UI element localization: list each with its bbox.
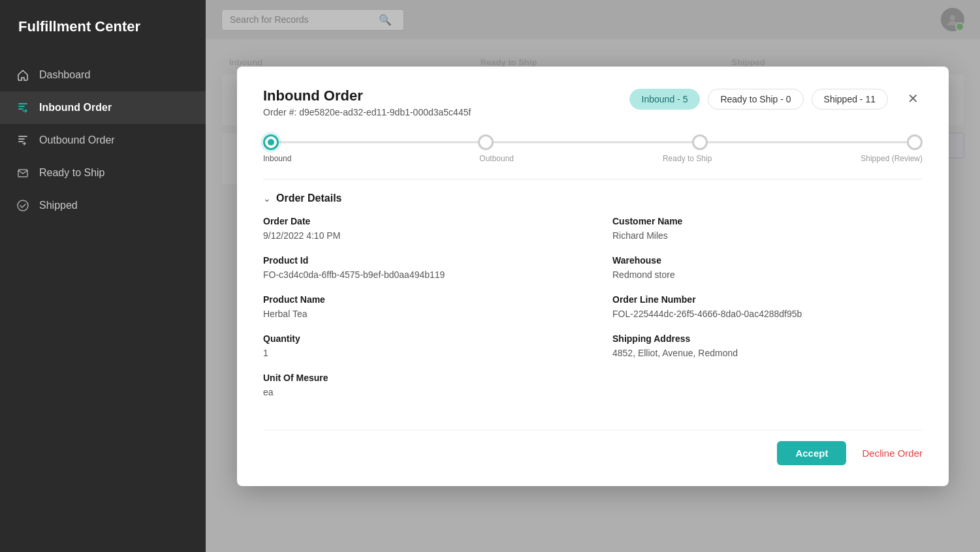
home-icon <box>16 68 30 82</box>
field-order-line-number: Order Line Number FOL-225444dc-26f5-4666… <box>612 294 923 319</box>
modal-title: Inbound Order <box>263 87 471 104</box>
modal-header-right: Inbound - 5 Ready to Ship - 0 Shipped - … <box>629 87 923 110</box>
value-warehouse: Redmond store <box>612 269 923 280</box>
sidebar-item-inbound-order[interactable]: Inbound Order <box>0 91 206 124</box>
order-number: Order #: d9e5820e-ad32-ed11-9db1-000d3a5… <box>263 107 471 117</box>
label-shipping-address: Shipping Address <box>612 333 923 344</box>
value-order-line-number: FOL-225444dc-26f5-4666-8da0-0ac4288df95b <box>612 309 923 319</box>
modal-overlay: Inbound Order Order #: d9e5820e-ad32-ed1… <box>206 0 980 552</box>
step-label-inbound: Inbound <box>263 154 291 163</box>
sidebar-item-dashboard[interactable]: Dashboard <box>0 59 206 91</box>
field-unit-of-mesure: Unit Of Mesure ea <box>263 373 573 397</box>
outbound-icon <box>16 133 30 147</box>
sidebar-label-ready-to-ship: Ready to Ship <box>39 167 105 179</box>
label-product-name: Product Name <box>263 294 573 305</box>
main-content: 🔍 Inbound Ready to Ship Shipped <box>206 0 980 552</box>
modal-footer: Accept Decline Order <box>263 430 923 465</box>
sidebar-item-ready-to-ship[interactable]: Ready to Ship <box>0 157 206 189</box>
label-quantity: Quantity <box>263 333 573 344</box>
sidebar-nav: Dashboard Inbound Order Outbound Order <box>0 59 206 222</box>
step-dot-shipped <box>907 134 923 150</box>
field-order-date: Order Date 9/12/2022 4:10 PM <box>263 216 573 241</box>
app-title: Fulfillment Center <box>0 0 206 54</box>
chevron-down-icon: ⌄ <box>263 193 271 204</box>
modal-dialog: Inbound Order Order #: d9e5820e-ad32-ed1… <box>237 67 949 486</box>
decline-button[interactable]: Decline Order <box>862 448 923 459</box>
label-product-id: Product Id <box>263 255 573 266</box>
field-product-name: Product Name Herbal Tea <box>263 294 573 319</box>
details-left: Order Date 9/12/2022 4:10 PM Product Id … <box>263 216 573 412</box>
modal-header: Inbound Order Order #: d9e5820e-ad32-ed1… <box>263 87 923 130</box>
sidebar-item-outbound-order[interactable]: Outbound Order <box>0 124 206 157</box>
step-dot-ready <box>692 134 708 150</box>
accept-button[interactable]: Accept <box>777 441 846 465</box>
sidebar-label-outbound-order: Outbound Order <box>39 134 115 146</box>
sidebar-label-inbound-order: Inbound Order <box>39 102 112 114</box>
step-dot-fill <box>268 139 274 146</box>
label-warehouse: Warehouse <box>612 255 923 266</box>
value-product-id: FO-c3d4c0da-6ffb-4575-b9ef-bd0aa494b119 <box>263 269 573 280</box>
ready-ship-icon <box>16 166 30 180</box>
field-product-id: Product Id FO-c3d4c0da-6ffb-4575-b9ef-bd… <box>263 255 573 280</box>
value-product-name: Herbal Tea <box>263 309 573 319</box>
section-title: Order Details <box>276 192 341 204</box>
step-labels: Inbound Outbound Ready to Ship Shipped (… <box>263 154 923 163</box>
sidebar: Fulfillment Center Dashboard Inbound Ord… <box>0 0 206 552</box>
step-dot-outbound <box>478 134 494 150</box>
progress-track <box>263 133 923 151</box>
value-customer-name: Richard Miles <box>612 230 923 241</box>
step-label-ready: Ready to Ship <box>663 154 712 163</box>
step-label-shipped: Shipped (Review) <box>861 154 923 163</box>
shipped-icon <box>16 198 30 213</box>
section-header: ⌄ Order Details <box>263 192 923 204</box>
label-customer-name: Customer Name <box>612 216 923 226</box>
field-quantity: Quantity 1 <box>263 333 573 358</box>
modal-badges: Inbound - 5 Ready to Ship - 0 Shipped - … <box>629 89 888 110</box>
field-shipping-address: Shipping Address 4852, Elliot, Avenue, R… <box>612 333 923 358</box>
modal-header-left: Inbound Order Order #: d9e5820e-ad32-ed1… <box>263 87 471 130</box>
label-order-date: Order Date <box>263 216 573 226</box>
progress-steps <box>263 134 923 150</box>
details-right: Customer Name Richard Miles Warehouse Re… <box>612 216 923 412</box>
badge-ready-to-ship[interactable]: Ready to Ship - 0 <box>708 89 803 110</box>
inbound-icon <box>16 100 30 115</box>
badge-shipped[interactable]: Shipped - 11 <box>812 89 888 110</box>
value-unit-of-mesure: ea <box>263 387 573 397</box>
sidebar-label-dashboard: Dashboard <box>39 69 90 81</box>
field-warehouse: Warehouse Redmond store <box>612 255 923 280</box>
label-unit-of-mesure: Unit Of Mesure <box>263 373 573 383</box>
value-quantity: 1 <box>263 348 573 358</box>
value-shipping-address: 4852, Elliot, Avenue, Redmond <box>612 348 923 358</box>
sidebar-label-shipped: Shipped <box>39 200 78 211</box>
field-customer-name: Customer Name Richard Miles <box>612 216 923 241</box>
svg-point-0 <box>18 200 28 211</box>
step-dot-inbound <box>263 134 279 150</box>
badge-inbound[interactable]: Inbound - 5 <box>629 89 701 110</box>
sidebar-item-shipped[interactable]: Shipped <box>0 189 206 222</box>
step-label-outbound: Outbound <box>479 154 514 163</box>
divider <box>263 179 923 179</box>
label-order-line-number: Order Line Number <box>612 294 923 305</box>
progress-container: Inbound Outbound Ready to Ship Shipped (… <box>263 133 923 163</box>
details-grid: Order Date 9/12/2022 4:10 PM Product Id … <box>263 216 923 412</box>
value-order-date: 9/12/2022 4:10 PM <box>263 230 573 241</box>
close-button[interactable]: ✕ <box>904 89 923 108</box>
